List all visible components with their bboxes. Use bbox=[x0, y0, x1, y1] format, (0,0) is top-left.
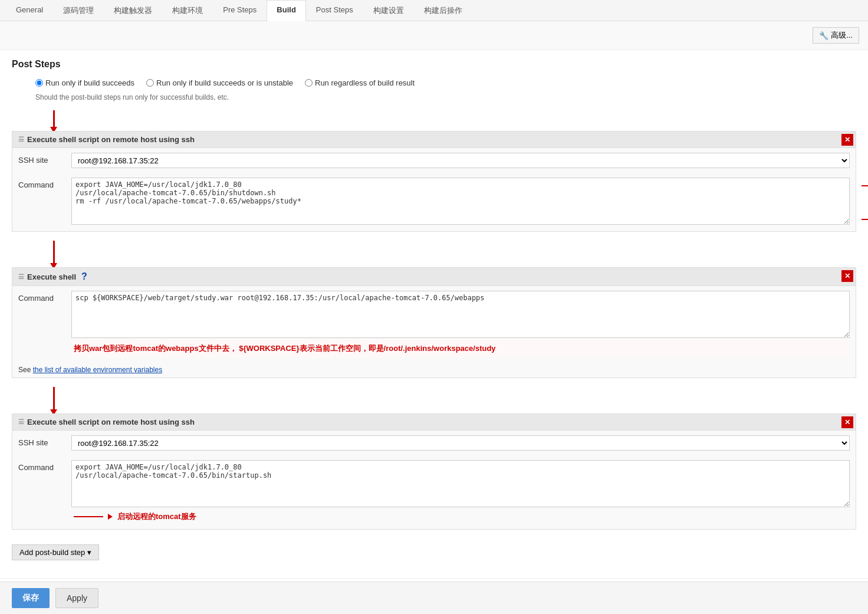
execute-shell-header: ☰ Execute shell ? bbox=[12, 268, 856, 286]
tab-poststeps[interactable]: Post Steps bbox=[306, 0, 363, 21]
save-button[interactable]: 保存 bbox=[12, 588, 50, 608]
shell-command-row: Command scp ${WORKSPACE}/web/target/stud… bbox=[12, 286, 856, 362]
tab-general[interactable]: General bbox=[6, 0, 53, 21]
radio-regardless[interactable] bbox=[305, 79, 313, 87]
radio-unstable[interactable] bbox=[146, 79, 154, 87]
tab-triggers[interactable]: 构建触发器 bbox=[104, 0, 162, 21]
apply-button[interactable]: Apply bbox=[55, 588, 98, 608]
close-ssh-2-button[interactable]: ✕ bbox=[841, 416, 853, 428]
ssh2-annotation: 启动远程的tomcat服务 bbox=[117, 511, 196, 522]
radio-label-2: Run only if build succeeds or is unstabl… bbox=[156, 78, 293, 87]
shell-command-control: scp ${WORKSPACE}/web/target/study.war ro… bbox=[71, 291, 850, 357]
command-control-2: export JAVA_HOME=/usr/local/jdk1.7.0_80 … bbox=[71, 460, 850, 524]
tab-presteps[interactable]: Pre Steps bbox=[213, 0, 267, 21]
tab-env[interactable]: 构建环境 bbox=[162, 0, 213, 21]
command-control-1: export JAVA_HOME=/usr/local/jdk1.7.0_80 … bbox=[71, 178, 850, 226]
see-list-row: See the list of available environment va… bbox=[12, 362, 856, 377]
main-content: 🔧 高级... Post Steps Run only if build suc… bbox=[0, 21, 868, 614]
radio-option-3[interactable]: Run regardless of build result bbox=[305, 78, 415, 87]
ssh-site-select-1[interactable]: root@192.168.17.35:22 bbox=[71, 153, 850, 168]
tab-build-settings[interactable]: 构建设置 bbox=[363, 0, 414, 21]
execute-ssh-header-1: ☰ Execute shell script on remote host us… bbox=[12, 132, 856, 148]
execute-shell-block: ☰ Execute shell ? ✕ Command scp ${WORKSP… bbox=[12, 267, 856, 378]
radio-group: Run only if build succeeds Run only if b… bbox=[12, 78, 856, 87]
shell-command-label: Command bbox=[18, 291, 71, 303]
command-row-2: Command export JAVA_HOME=/usr/local/jdk1… bbox=[12, 455, 856, 529]
execute-ssh-title-2: Execute shell script on remote host usin… bbox=[27, 418, 195, 426]
execute-ssh-block-1: ☰ Execute shell script on remote host us… bbox=[12, 131, 856, 232]
radio-option-2[interactable]: Run only if build succeeds or is unstabl… bbox=[146, 78, 293, 87]
dropdown-chevron-icon: ▾ bbox=[87, 548, 91, 557]
ssh-site-label-2: SSH site bbox=[18, 435, 71, 447]
ssh2-annotation-row: 启动远程的tomcat服务 bbox=[71, 509, 850, 524]
nav-tabs: General 源码管理 构建触发器 构建环境 Pre Steps Build … bbox=[0, 0, 868, 21]
post-steps-section: Post Steps Run only if build succeeds Ru… bbox=[0, 50, 868, 578]
post-steps-title: Post Steps bbox=[12, 59, 856, 70]
ssh-site-label-1: SSH site bbox=[18, 153, 71, 165]
drag-handle-3: ☰ bbox=[18, 418, 24, 426]
tab-post-actions[interactable]: 构建后操作 bbox=[414, 0, 472, 21]
see-list-prefix: See bbox=[18, 366, 33, 374]
advanced-icon: 🔧 bbox=[819, 31, 828, 40]
ssh-site-row-1: SSH site root@192.168.17.35:22 bbox=[12, 148, 856, 173]
add-step-label: Add post-build step bbox=[19, 548, 85, 557]
add-step-container: Add post-build step ▾ bbox=[12, 541, 856, 569]
help-icon-shell[interactable]: ? bbox=[81, 271, 87, 282]
tab-build[interactable]: Build bbox=[267, 0, 306, 21]
shell-command-textarea[interactable]: scp ${WORKSPACE}/web/target/study.war ro… bbox=[71, 291, 850, 338]
radio-label-1: Run only if build succeeds bbox=[45, 78, 134, 87]
radio-label-3: Run regardless of build result bbox=[315, 78, 415, 87]
close-shell-button[interactable]: ✕ bbox=[841, 270, 853, 282]
execute-ssh-block-2: ☰ Execute shell script on remote host us… bbox=[12, 413, 856, 530]
radio-option-1[interactable]: Run only if build succeeds bbox=[35, 78, 134, 87]
ssh-site-row-2: SSH site root@192.168.17.35:22 bbox=[12, 431, 856, 455]
ssh-site-select-2[interactable]: root@192.168.17.35:22 bbox=[71, 435, 850, 451]
command-label-2: Command bbox=[18, 460, 71, 472]
command-label-1: Command bbox=[18, 178, 71, 189]
command-row-1: Command export JAVA_HOME=/usr/local/jdk1… bbox=[12, 173, 856, 231]
radio-hint: Should the post-build steps run only for… bbox=[12, 93, 856, 101]
top-toolbar: 🔧 高级... bbox=[0, 21, 868, 50]
advanced-button[interactable]: 🔧 高级... bbox=[813, 27, 859, 44]
execute-ssh-title-1: Execute shell script on remote host usin… bbox=[27, 135, 195, 144]
advanced-label: 高级... bbox=[831, 30, 853, 41]
command-textarea-2[interactable]: export JAVA_HOME=/usr/local/jdk1.7.0_80 … bbox=[71, 460, 850, 507]
execute-ssh-header-2: ☰ Execute shell script on remote host us… bbox=[12, 414, 856, 431]
close-ssh-1-button[interactable]: ✕ bbox=[841, 134, 853, 146]
tab-source[interactable]: 源码管理 bbox=[53, 0, 104, 21]
bottom-bar: 保存 Apply bbox=[0, 582, 868, 614]
see-list-link[interactable]: the list of available environment variab… bbox=[33, 366, 162, 374]
drag-handle-2: ☰ bbox=[18, 273, 24, 281]
ssh-site-control-2: root@192.168.17.35:22 bbox=[71, 435, 850, 451]
ssh-site-control-1: root@192.168.17.35:22 bbox=[71, 153, 850, 168]
command-textarea-1[interactable]: export JAVA_HOME=/usr/local/jdk1.7.0_80 … bbox=[71, 178, 850, 225]
shell-annotation: 拷贝war包到远程tomcat的webapps文件中去， ${WORKSPACE… bbox=[71, 340, 850, 357]
add-post-build-step-button[interactable]: Add post-build step ▾ bbox=[12, 544, 99, 560]
execute-shell-title: Execute shell bbox=[27, 272, 76, 281]
drag-handle-1: ☰ bbox=[18, 136, 24, 143]
radio-succeeds[interactable] bbox=[35, 79, 43, 87]
